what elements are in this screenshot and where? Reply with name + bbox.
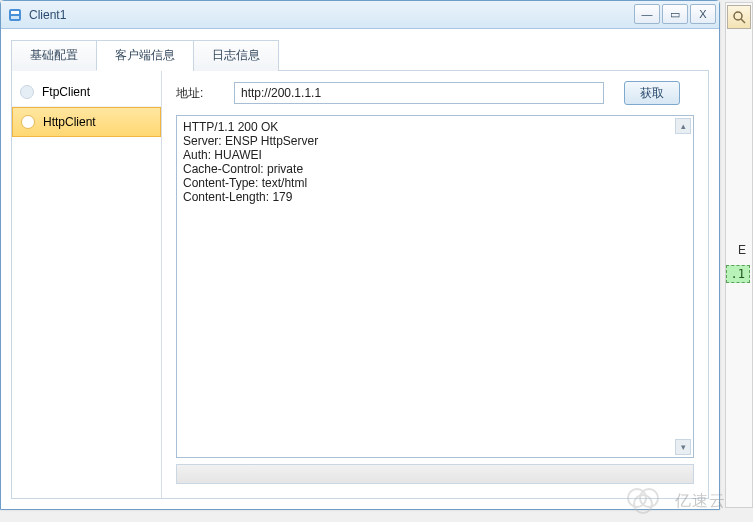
side-panel: E .1 — [725, 2, 753, 508]
side-label-e: E — [738, 243, 746, 257]
svg-point-3 — [734, 12, 742, 20]
tab-client-info[interactable]: 客户端信息 — [96, 40, 194, 71]
svg-rect-0 — [9, 9, 21, 21]
http-response-box[interactable]: HTTP/1.1 200 OK Server: ENSP HttpServer … — [176, 115, 694, 458]
tab-basic-config[interactable]: 基础配置 — [11, 40, 97, 71]
magnifier-icon — [732, 10, 746, 24]
sidebar-item-ftpclient[interactable]: FtpClient — [12, 77, 161, 107]
maximize-button[interactable]: ▭ — [662, 4, 688, 24]
bullet-icon — [21, 115, 35, 129]
fetch-button[interactable]: 获取 — [624, 81, 680, 105]
sidebar-item-label: FtpClient — [42, 85, 90, 99]
svg-line-4 — [741, 19, 745, 23]
sidebar-item-label: HttpClient — [43, 115, 96, 129]
titlebar[interactable]: Client1 — ▭ X — [1, 1, 719, 29]
minimize-button[interactable]: — — [634, 4, 660, 24]
tab-log-info[interactable]: 日志信息 — [193, 40, 279, 71]
app-icon — [7, 7, 23, 23]
magnifier-button[interactable] — [727, 5, 751, 29]
sidebar-item-httpclient[interactable]: HttpClient — [12, 107, 161, 137]
scroll-up-button[interactable]: ▴ — [675, 118, 691, 134]
main-pane: 地址: 获取 HTTP/1.1 200 OK Server: ENSP Http… — [162, 71, 708, 498]
address-label: 地址: — [176, 85, 226, 102]
scroll-down-button[interactable]: ▾ — [675, 439, 691, 455]
tab-bar: 基础配置 客户端信息 日志信息 — [11, 39, 709, 71]
side-badge: .1 — [726, 265, 750, 283]
status-bar — [176, 464, 694, 484]
bullet-icon — [20, 85, 34, 99]
svg-rect-1 — [11, 11, 19, 14]
svg-rect-2 — [11, 16, 19, 19]
response-area: HTTP/1.1 200 OK Server: ENSP HttpServer … — [176, 115, 694, 484]
content-area: FtpClient HttpClient 地址: 获取 HTTP/1.1 200… — [11, 71, 709, 499]
client-sidebar: FtpClient HttpClient — [12, 71, 162, 498]
address-input[interactable] — [234, 82, 604, 104]
response-text: HTTP/1.1 200 OK Server: ENSP HttpServer … — [183, 120, 318, 204]
window-title: Client1 — [29, 8, 66, 22]
close-button[interactable]: X — [690, 4, 716, 24]
address-row: 地址: 获取 — [176, 81, 694, 105]
client-window: Client1 — ▭ X 基础配置 客户端信息 日志信息 FtpClient … — [0, 0, 720, 510]
